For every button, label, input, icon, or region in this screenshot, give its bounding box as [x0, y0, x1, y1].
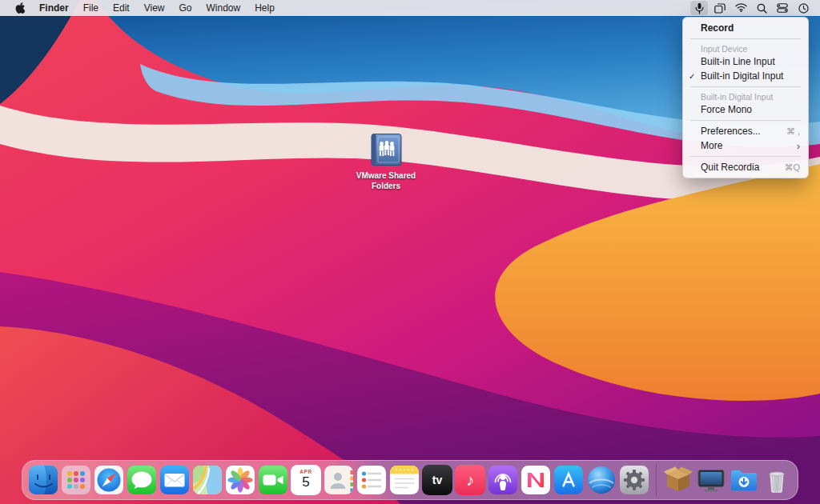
- quit-shortcut: ⌘Q: [784, 162, 800, 173]
- dock-item-app-store[interactable]: [553, 465, 584, 495]
- menu-item-help[interactable]: Help: [247, 0, 282, 16]
- dock-item-launchpad[interactable]: [61, 465, 91, 495]
- desktop-screen: Finder File Edit View Go Window Help: [0, 0, 820, 504]
- menu-item-finder[interactable]: Finder: [32, 0, 76, 16]
- dock-item-mail[interactable]: [159, 465, 190, 495]
- apple-logo-icon: [15, 2, 25, 14]
- menu-separator: [690, 156, 801, 157]
- dock-item-blue-sphere-app[interactable]: [586, 465, 617, 495]
- shared-folders-book-icon: [368, 133, 404, 166]
- tv-logo-label: tv: [432, 474, 442, 486]
- clock-icon[interactable]: [794, 1, 812, 15]
- menu-separator: [690, 86, 801, 87]
- calendar-day-label: 5: [302, 475, 309, 489]
- dock-item-calendar[interactable]: APR 5: [291, 465, 321, 495]
- windows-stack-icon[interactable]: [711, 1, 729, 15]
- menu-record[interactable]: Record: [683, 21, 808, 35]
- dock-item-tv[interactable]: tv: [422, 465, 452, 495]
- menu-item-file[interactable]: File: [76, 0, 106, 16]
- dock-item-trash[interactable]: [762, 465, 792, 495]
- menu-builtin-line-input[interactable]: Built-in Line Input: [683, 54, 808, 69]
- menu-item-window[interactable]: Window: [199, 0, 248, 16]
- dock-item-package-utility[interactable]: [663, 465, 693, 495]
- desktop-icon-label: VMware Shared Folders: [352, 171, 420, 191]
- dock-item-display-utility[interactable]: [696, 465, 726, 495]
- quit-label: Quit Recordia: [701, 162, 759, 173]
- menu-item-edit[interactable]: Edit: [106, 0, 137, 16]
- dock-item-safari[interactable]: [94, 465, 124, 495]
- dock-item-messages[interactable]: [127, 465, 157, 495]
- dock-item-maps[interactable]: [192, 465, 223, 495]
- checkmark-icon: ✓: [689, 72, 695, 81]
- dock-item-reminders[interactable]: [356, 465, 387, 495]
- apple-menu[interactable]: [8, 0, 32, 16]
- vmware-shared-folders-volume[interactable]: VMware Shared Folders: [352, 133, 420, 191]
- calendar-month-label: APR: [299, 469, 312, 474]
- menu-force-mono[interactable]: Force Mono: [683, 102, 808, 117]
- preferences-label: Preferences...: [701, 126, 761, 137]
- menu-bar-left: Finder File Edit View Go Window Help: [8, 0, 282, 16]
- force-mono-label: Force Mono: [701, 104, 752, 115]
- dock-item-news[interactable]: [521, 465, 551, 495]
- control-center-icon[interactable]: [774, 1, 791, 15]
- menu-header-input-device: Input Device: [683, 42, 808, 54]
- menu-header-digital-input: Built-in Digital Input: [683, 90, 808, 102]
- menu-bar: Finder File Edit View Go Window Help: [0, 0, 820, 16]
- dock-item-facetime[interactable]: [258, 465, 288, 495]
- music-note-icon: ♪: [466, 471, 474, 490]
- menu-item-go[interactable]: Go: [172, 0, 199, 16]
- dock-item-podcasts[interactable]: [488, 465, 518, 495]
- line-input-label: Built-in Line Input: [701, 56, 775, 67]
- dock-item-contacts[interactable]: [324, 465, 354, 495]
- digital-input-label: Built-in Digital Input: [701, 70, 783, 82]
- menu-item-view[interactable]: View: [137, 0, 172, 16]
- dock-divider: [656, 464, 657, 496]
- submenu-chevron-icon: ›: [797, 141, 800, 151]
- menu-builtin-digital-input[interactable]: ✓ Built-in Digital Input: [683, 69, 808, 83]
- dock-item-photos[interactable]: [225, 465, 255, 495]
- dock-item-finder[interactable]: [28, 465, 58, 495]
- microphone-icon[interactable]: [690, 1, 708, 15]
- menu-more[interactable]: More ›: [683, 138, 808, 153]
- menu-separator: [690, 120, 801, 121]
- menu-preferences[interactable]: Preferences... ⌘ ,: [683, 124, 808, 138]
- search-icon[interactable]: [753, 1, 770, 15]
- more-label: More: [701, 140, 722, 151]
- recordia-status-menu: Record Input Device Built-in Line Input …: [682, 17, 809, 178]
- dock-item-notes[interactable]: [389, 465, 420, 495]
- dock: APR 5: [22, 460, 798, 500]
- dock-item-music[interactable]: ♪: [455, 465, 485, 495]
- menu-bar-status-area: [690, 1, 812, 15]
- dock-item-system-preferences[interactable]: [619, 465, 649, 495]
- dock-item-downloads-folder[interactable]: [729, 465, 759, 495]
- menu-record-label: Record: [701, 22, 734, 34]
- menu-separator: [690, 38, 801, 39]
- wifi-icon[interactable]: [732, 1, 750, 15]
- preferences-shortcut: ⌘ ,: [786, 126, 800, 137]
- menu-quit-recordia[interactable]: Quit Recordia ⌘Q: [683, 160, 808, 174]
